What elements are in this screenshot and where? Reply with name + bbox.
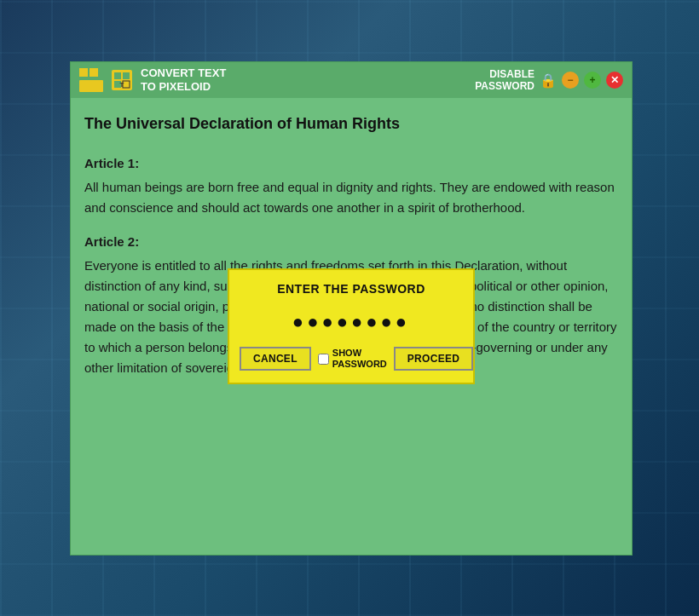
convert-icon: T <box>110 68 134 92</box>
lock-icon: 🔒 <box>540 72 557 89</box>
show-password-text: SHOW PASSWORD <box>332 348 387 370</box>
titlebar-left: T CONVERT TEXT TO PIXELOID <box>79 66 226 93</box>
svg-text:T: T <box>120 81 124 89</box>
dialog-overlay: ENTER THE PASSWORD ●●●●●●●● CANCEL SHOW … <box>71 98 632 555</box>
svg-rect-2 <box>84 73 88 77</box>
titlebar: T CONVERT TEXT TO PIXELOID DISABLE PASSW… <box>71 62 632 98</box>
disable-password-button[interactable]: DISABLE PASSWORD <box>475 68 534 93</box>
close-button[interactable]: ✕ <box>606 72 623 89</box>
dialog-title: ENTER THE PASSWORD <box>229 270 473 304</box>
proceed-button[interactable]: PROCEED <box>394 347 473 371</box>
svg-rect-9 <box>123 72 130 79</box>
cancel-button[interactable]: CANCEL <box>240 347 311 371</box>
show-password-label[interactable]: SHOW PASSWORD <box>318 348 387 370</box>
show-password-checkbox[interactable] <box>318 354 329 365</box>
password-dots-display: ●●●●●●●● <box>284 308 419 337</box>
svg-rect-4 <box>83 83 86 86</box>
svg-rect-8 <box>114 72 121 79</box>
svg-rect-6 <box>93 83 96 86</box>
app-title: CONVERT TEXT TO PIXELOID <box>141 66 226 93</box>
app-window: T CONVERT TEXT TO PIXELOID DISABLE PASSW… <box>70 61 633 556</box>
content-area: The Universal Declaration of Human Right… <box>71 98 632 555</box>
dialog-input-row: ●●●●●●●● <box>229 304 473 347</box>
dialog-actions: CANCEL SHOW PASSWORD PROCEED <box>229 347 473 383</box>
svg-rect-1 <box>90 68 98 77</box>
password-dialog: ENTER THE PASSWORD ●●●●●●●● CANCEL SHOW … <box>228 268 475 384</box>
logo-icon <box>79 68 103 92</box>
titlebar-right: DISABLE PASSWORD 🔒 − + ✕ <box>475 68 623 93</box>
minimize-button[interactable]: − <box>562 72 579 89</box>
svg-rect-5 <box>88 83 91 86</box>
maximize-button[interactable]: + <box>584 72 601 89</box>
